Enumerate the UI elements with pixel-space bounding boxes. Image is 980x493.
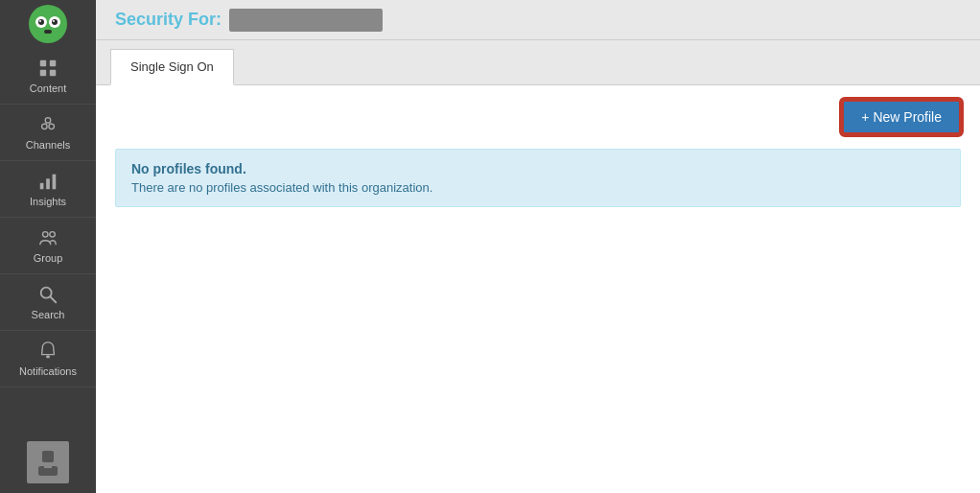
group-icon: [37, 227, 58, 248]
svg-rect-24: [46, 356, 50, 359]
svg-line-23: [51, 297, 57, 303]
app-logo-icon: [27, 3, 69, 45]
alert-title: No profiles found.: [131, 161, 945, 176]
sidebar-item-search[interactable]: Search: [0, 274, 96, 331]
svg-rect-19: [53, 175, 57, 190]
tabs-bar: Single Sign On: [96, 40, 980, 85]
sidebar-item-group[interactable]: Group: [0, 218, 96, 274]
no-profiles-alert: No profiles found. There are no profiles…: [115, 149, 961, 207]
logo[interactable]: [0, 0, 96, 48]
action-row: + New Profile: [115, 100, 961, 134]
user-avatar[interactable]: [0, 432, 96, 493]
content-area: + New Profile No profiles found. There a…: [96, 85, 980, 493]
channels-icon: [37, 114, 58, 135]
svg-point-21: [50, 232, 56, 238]
tab-single-sign-on-label: Single Sign On: [130, 59, 214, 74]
svg-rect-25: [42, 451, 54, 462]
svg-point-20: [43, 232, 49, 238]
svg-point-6: [53, 20, 55, 22]
svg-rect-27: [44, 462, 52, 468]
sidebar-item-channels[interactable]: Channels: [0, 105, 96, 161]
insights-icon: [37, 171, 58, 192]
svg-rect-9: [50, 60, 56, 66]
main-content: Security For: Single Sign On + New Profi…: [96, 0, 980, 493]
content-icon: [37, 58, 58, 79]
svg-point-3: [38, 19, 44, 25]
sidebar-item-group-label: Group: [34, 252, 63, 264]
new-profile-button[interactable]: + New Profile: [842, 100, 961, 134]
avatar-box: [27, 441, 69, 483]
svg-rect-8: [40, 60, 46, 66]
avatar-icon: [35, 449, 61, 476]
sidebar-item-channels-label: Channels: [26, 139, 70, 151]
svg-point-4: [52, 19, 58, 25]
sidebar-item-notifications-label: Notifications: [19, 365, 77, 377]
security-for-value: [229, 9, 383, 32]
svg-rect-18: [46, 178, 50, 189]
alert-description: There are no profiles associated with th…: [131, 180, 945, 195]
sidebar-bottom: [0, 432, 96, 493]
sidebar-item-notifications[interactable]: Notifications: [0, 331, 96, 387]
sidebar-item-insights[interactable]: Insights: [0, 161, 96, 218]
tab-single-sign-on[interactable]: Single Sign On: [110, 49, 234, 85]
notifications-icon: [37, 340, 58, 362]
svg-rect-11: [50, 70, 56, 76]
svg-rect-10: [40, 70, 46, 76]
search-icon: [37, 284, 58, 305]
sidebar: Content Channels Insights Group: [0, 0, 96, 493]
security-for-label: Security For:: [115, 10, 222, 30]
svg-point-5: [39, 20, 41, 22]
sidebar-item-insights-label: Insights: [30, 196, 66, 207]
svg-point-0: [29, 5, 67, 43]
svg-rect-7: [44, 30, 52, 34]
sidebar-item-content-label: Content: [30, 82, 67, 94]
page-header: Security For:: [96, 0, 980, 40]
svg-rect-17: [40, 183, 44, 189]
sidebar-item-content[interactable]: Content: [0, 48, 96, 105]
svg-point-22: [41, 288, 52, 298]
sidebar-item-search-label: Search: [32, 309, 65, 320]
svg-point-14: [45, 118, 51, 124]
